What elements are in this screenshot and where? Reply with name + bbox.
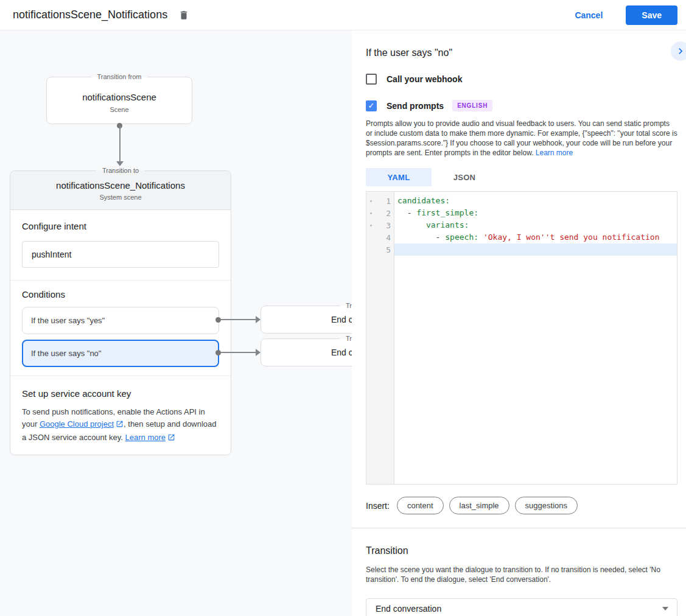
gutter-row: ▾1 bbox=[366, 195, 394, 207]
condition-item-yes[interactable]: If the user says "yes" bbox=[22, 307, 219, 334]
delete-scene-button[interactable] bbox=[178, 10, 189, 21]
learn-more-link[interactable]: Learn more bbox=[536, 149, 573, 157]
code-line[interactable]: candidates: bbox=[394, 195, 677, 207]
service-key-title: Set up service account key bbox=[22, 388, 219, 399]
tab-json[interactable]: JSON bbox=[432, 168, 497, 186]
arrow-right-icon bbox=[256, 349, 261, 356]
gutter-row: ▾2 bbox=[366, 207, 394, 219]
connector-dot bbox=[215, 317, 221, 323]
panel-title: If the user says "no" bbox=[366, 30, 677, 58]
editor-format-tabs: YAML JSON bbox=[366, 168, 677, 186]
code-line[interactable]: variants: bbox=[394, 219, 677, 231]
code-segment-plain bbox=[397, 220, 426, 229]
conditions-section: Conditions If the user says "yes" If the… bbox=[10, 281, 231, 376]
to-scene-subtitle: System scene bbox=[10, 194, 231, 201]
top-bar: notificationsScene_Notifications Cancel … bbox=[0, 0, 686, 30]
prompts-description: Prompts allow you to provide audio and v… bbox=[366, 119, 677, 158]
insert-chip-suggestions[interactable]: suggestions bbox=[515, 497, 578, 514]
configure-intent-section: Configure intent pushIntent bbox=[10, 210, 231, 281]
from-scene-subtitle: Scene bbox=[47, 106, 192, 113]
send-prompts-checkbox[interactable]: ✓ bbox=[366, 100, 377, 111]
code-line[interactable]: - first_simple: bbox=[394, 207, 677, 219]
connector-line bbox=[221, 352, 256, 353]
to-scene-title: notificationsScene_Notifications bbox=[10, 180, 231, 191]
call-webhook-checkbox[interactable]: ✓ bbox=[366, 74, 377, 85]
to-scene-header: notificationsScene_Notifications System … bbox=[10, 171, 231, 210]
service-key-text: To send push notifications, enable the A… bbox=[22, 406, 219, 445]
code-segment-key: speech: bbox=[445, 233, 483, 242]
line-number: 5 bbox=[376, 245, 394, 254]
line-number: 4 bbox=[376, 233, 394, 242]
connector-line bbox=[119, 125, 121, 161]
connector-line bbox=[221, 319, 256, 320]
save-button[interactable]: Save bbox=[626, 5, 677, 25]
fold-caret-icon[interactable]: ▾ bbox=[366, 198, 376, 204]
collapse-panel-button[interactable] bbox=[671, 41, 686, 61]
conditions-label: Conditions bbox=[22, 289, 219, 299]
transition-to-legend: Transition to bbox=[96, 166, 145, 175]
insert-row: Insert: content last_simple suggestions bbox=[366, 497, 677, 514]
code-segment-key: candidates: bbox=[397, 196, 450, 205]
code-segment-key: variants: bbox=[426, 220, 469, 229]
condition-editor-panel: If the user says "no" ✓ Call your webhoo… bbox=[352, 30, 686, 616]
chevron-right-icon bbox=[674, 45, 686, 57]
code-segment-key: first_simple: bbox=[416, 208, 478, 217]
editor-code-area[interactable]: candidates: - first_simple: variants: - … bbox=[394, 192, 677, 484]
google-cloud-project-link[interactable]: Google Cloud project bbox=[40, 419, 114, 429]
transition-to-scene-box: Transition to notificationsScene_Notific… bbox=[10, 170, 231, 455]
external-link-icon bbox=[167, 433, 175, 445]
from-scene-title: notificationsScene bbox=[47, 92, 192, 102]
code-editor[interactable]: ▾1▾2▾345 candidates: - first_simple: var… bbox=[366, 191, 677, 485]
connector-dot bbox=[215, 350, 221, 355]
insert-chip-content[interactable]: content bbox=[397, 497, 444, 514]
send-prompts-label: Send prompts bbox=[387, 101, 444, 111]
end-box-title: End conversation bbox=[331, 348, 352, 357]
arrow-down-icon bbox=[116, 161, 124, 166]
gutter-row: 4 bbox=[366, 231, 394, 243]
insert-label: Insert: bbox=[366, 501, 390, 511]
code-segment-string: 'Okay, I won''t send you notification bbox=[483, 233, 660, 242]
gutter-row: ▾3 bbox=[366, 219, 394, 231]
condition-item-no[interactable]: If the user says "no" bbox=[22, 340, 219, 367]
cancel-button[interactable]: Cancel bbox=[575, 10, 603, 20]
end-box-title: End conversation bbox=[331, 315, 352, 324]
tab-yaml[interactable]: YAML bbox=[366, 168, 432, 186]
line-number: 3 bbox=[376, 221, 394, 230]
code-segment-plain: - bbox=[397, 233, 445, 242]
end-conversation-box-no[interactable]: Transition to End conversation bbox=[261, 338, 352, 366]
transition-select[interactable]: End conversation bbox=[366, 598, 677, 616]
code-segment-plain: - bbox=[397, 208, 416, 217]
editor-gutter: ▾1▾2▾345 bbox=[366, 192, 394, 484]
gutter-row: 5 bbox=[366, 243, 394, 256]
service-account-key-section: Set up service account key To send push … bbox=[10, 376, 231, 455]
send-prompts-row: ✓ Send prompts ENGLISH bbox=[366, 100, 677, 111]
caret-down-icon bbox=[662, 607, 668, 611]
transition-to-legend: Transition to bbox=[340, 301, 352, 310]
call-webhook-label: Call your webhook bbox=[387, 74, 462, 84]
fold-caret-icon[interactable]: ▾ bbox=[366, 223, 376, 228]
transition-from-legend: Transition from bbox=[91, 72, 148, 82]
code-line[interactable]: - speech: 'Okay, I won''t send you notif… bbox=[394, 231, 677, 243]
line-number: 1 bbox=[376, 197, 394, 206]
trash-icon bbox=[178, 10, 189, 21]
scene-flow-canvas: Transition from notificationsScene Scene… bbox=[0, 30, 352, 616]
transition-select-value: End conversation bbox=[376, 604, 441, 614]
transition-from-scene-box[interactable]: Transition from notificationsScene Scene bbox=[46, 77, 192, 124]
prompts-description-text: Prompts allow you to provide audio and v… bbox=[366, 119, 677, 157]
transition-description: Select the scene you want the dialogue t… bbox=[366, 565, 677, 584]
end-conversation-box-yes[interactable]: Transition to End conversation bbox=[261, 306, 352, 334]
transition-title: Transition bbox=[366, 545, 677, 556]
fold-caret-icon[interactable]: ▾ bbox=[366, 211, 376, 216]
external-link-icon bbox=[116, 419, 124, 432]
code-line[interactable] bbox=[394, 243, 677, 256]
arrow-right-icon bbox=[256, 316, 261, 323]
learn-more-link[interactable]: Learn more bbox=[125, 433, 166, 442]
intent-field[interactable]: pushIntent bbox=[22, 241, 219, 268]
insert-chip-last-simple[interactable]: last_simple bbox=[449, 497, 509, 514]
transition-to-legend: Transition to bbox=[340, 334, 352, 343]
configure-intent-label: Configure intent bbox=[22, 221, 219, 231]
webhook-row: ✓ Call your webhook bbox=[366, 74, 677, 85]
page-title: notificationsScene_Notifications bbox=[13, 9, 167, 21]
section-divider bbox=[352, 528, 686, 528]
line-number: 2 bbox=[376, 209, 394, 218]
